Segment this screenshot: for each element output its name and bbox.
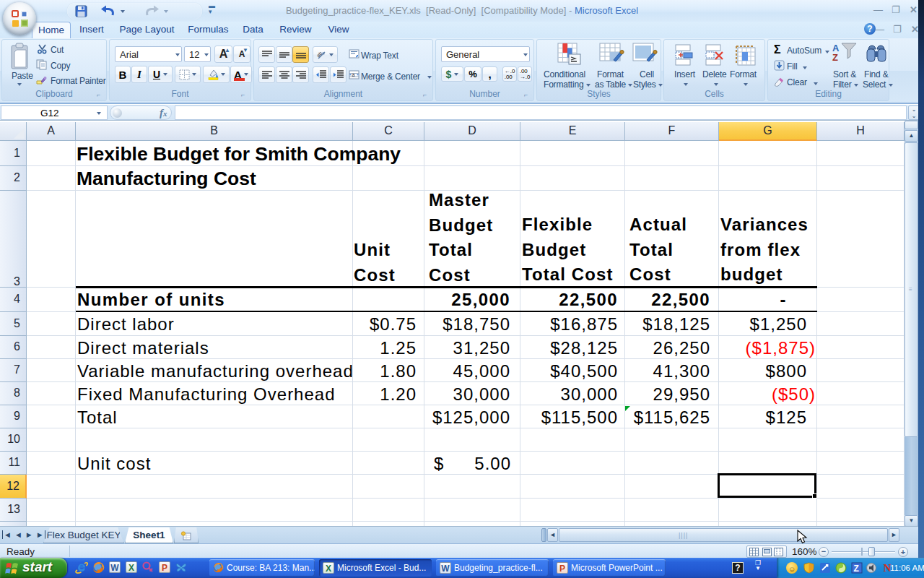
svg-text:ab: ab	[317, 51, 323, 59]
svg-text:Z: Z	[832, 52, 838, 63]
svg-text:Z: Z	[854, 564, 859, 574]
svg-text:a: a	[352, 72, 355, 77]
